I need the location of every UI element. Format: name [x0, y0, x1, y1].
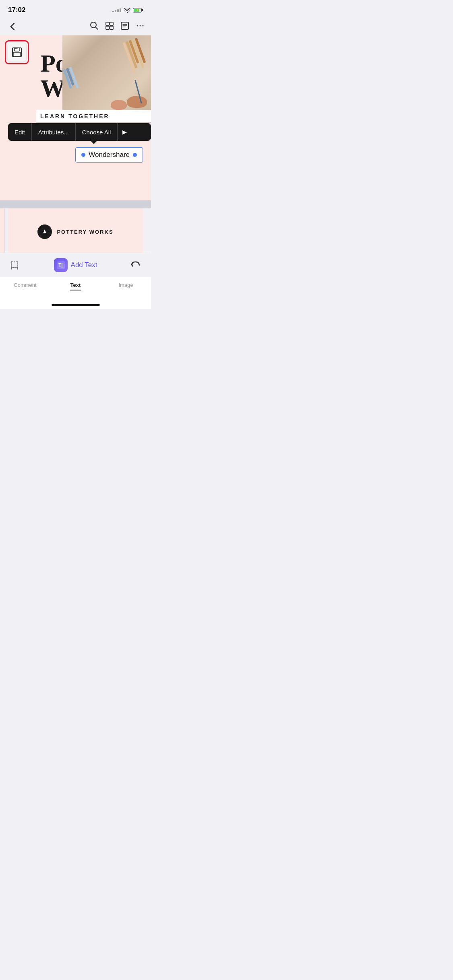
- undo-button[interactable]: [128, 258, 143, 272]
- page-separator: [0, 200, 151, 208]
- save-icon: [11, 47, 23, 58]
- signal-icon: [112, 8, 121, 12]
- crop-button[interactable]: [8, 258, 23, 272]
- bottom-toolbar: T| Add Text: [0, 253, 151, 277]
- selected-text-box[interactable]: Wondershare: [75, 147, 143, 163]
- nav-right: [90, 21, 145, 32]
- battery-icon: ⚡: [133, 8, 143, 12]
- status-time: 17:02: [8, 6, 25, 14]
- svg-rect-15: [13, 52, 21, 56]
- tab-comment[interactable]: Comment: [0, 282, 50, 288]
- pottery-works-header: POTTERY WORKS: [8, 208, 143, 239]
- tab-text-underline: [70, 290, 81, 290]
- home-indicator: [52, 304, 100, 306]
- add-text-button[interactable]: T| Add Text: [54, 258, 97, 272]
- save-button-wrapper: [5, 40, 29, 64]
- logo-icon: [41, 228, 49, 236]
- tab-text-label: Text: [70, 282, 81, 288]
- svg-point-10: [137, 25, 138, 26]
- selection-handle-right: [133, 153, 137, 157]
- learn-together-text: LEARN TOGETHER: [40, 113, 110, 119]
- status-bar: 17:02 ⚡: [0, 0, 151, 18]
- context-menu-attributes[interactable]: Attributes...: [32, 123, 76, 141]
- pottery-works-title: POTTERY WORKS: [57, 229, 113, 235]
- status-icons: ⚡: [112, 8, 143, 12]
- main-area: Pottery Workshop: [0, 35, 151, 309]
- crop-icon: [10, 259, 21, 271]
- context-menu-arrow[interactable]: ▶: [118, 123, 132, 141]
- context-menu-edit[interactable]: Edit: [8, 123, 32, 141]
- stripe-decoration-1: [122, 38, 148, 73]
- back-button[interactable]: [6, 21, 19, 33]
- save-button[interactable]: [8, 43, 26, 62]
- nav-bar: [0, 18, 151, 35]
- list-view-button[interactable]: [120, 21, 129, 32]
- tab-image[interactable]: Image: [101, 282, 151, 288]
- bowl-shape-1: [127, 96, 147, 108]
- add-text-label: Add Text: [71, 261, 97, 269]
- image-collage: [62, 35, 151, 112]
- learn-together-bar: LEARN TOGETHER: [36, 110, 151, 123]
- canvas-area: Pottery Workshop: [0, 35, 151, 200]
- svg-point-11: [140, 25, 141, 26]
- context-menu-choose-all[interactable]: Choose All: [76, 123, 118, 141]
- selection-handle-left: [81, 153, 85, 157]
- pottery-works-logo: [37, 224, 52, 239]
- selected-text-label: Wondershare: [89, 151, 130, 159]
- svg-point-12: [143, 25, 144, 26]
- text-icon-svg: T|: [56, 261, 65, 270]
- svg-rect-2: [106, 22, 109, 25]
- svg-rect-18: [11, 261, 18, 268]
- add-text-icon: T|: [54, 258, 68, 272]
- svg-rect-14: [14, 48, 19, 51]
- nav-left: [6, 21, 19, 33]
- grid-view-button[interactable]: [105, 21, 114, 32]
- svg-rect-3: [110, 22, 113, 25]
- tab-text[interactable]: Text: [50, 282, 101, 290]
- wifi-icon: [124, 8, 130, 12]
- context-menu: Edit Attributes... Choose All ▶: [8, 123, 151, 141]
- svg-rect-5: [110, 26, 113, 29]
- bowl-shape-2: [111, 100, 127, 110]
- more-options-button[interactable]: [136, 21, 145, 32]
- search-button[interactable]: [90, 21, 99, 32]
- undo-icon: [130, 260, 141, 270]
- svg-text:T|: T|: [58, 262, 63, 268]
- svg-line-1: [95, 27, 98, 29]
- collage-background: [62, 35, 151, 112]
- tab-comment-label: Comment: [14, 282, 36, 288]
- svg-rect-4: [106, 26, 109, 29]
- tab-image-label: Image: [118, 282, 133, 288]
- tab-bar: Comment Text Image: [0, 277, 151, 309]
- stripe-decoration-2: [63, 67, 79, 91]
